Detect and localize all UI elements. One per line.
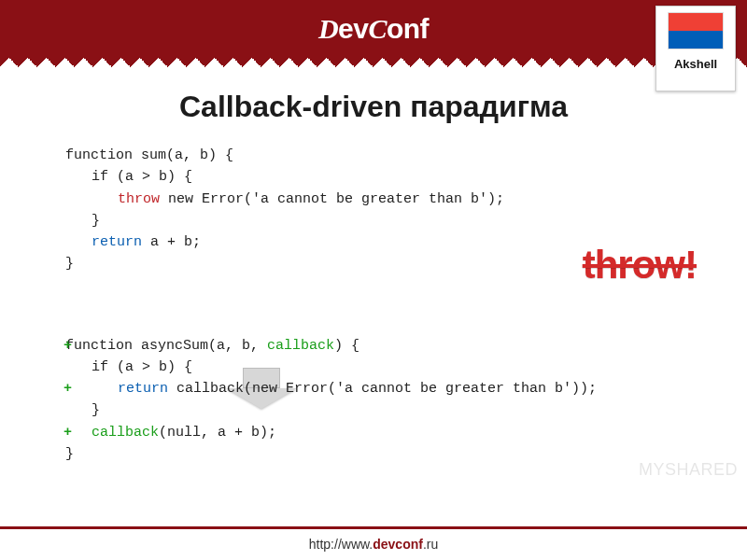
watermark: MYSHARED bbox=[639, 460, 738, 480]
slide-header: DevConf Akshell bbox=[0, 0, 747, 58]
code-line: if (a > b) { bbox=[65, 357, 702, 378]
footer-url-bold: devconf bbox=[373, 537, 423, 552]
code-line: } bbox=[65, 210, 702, 231]
return-keyword: return bbox=[92, 234, 142, 250]
diff-plus-icon: + bbox=[63, 422, 72, 443]
code-line: return a + b; bbox=[65, 231, 702, 253]
code-line: throw new Error('a cannot be greater tha… bbox=[65, 189, 702, 210]
diff-plus-icon: + bbox=[63, 335, 72, 357]
throw-keyword: throw bbox=[118, 191, 160, 207]
code-line: return callback(new Error('a cannot be g… bbox=[65, 378, 702, 399]
slide-content: Callback-driven парадигма throw! functio… bbox=[0, 69, 747, 517]
code-line: } bbox=[65, 443, 702, 465]
callback-keyword: callback bbox=[92, 425, 159, 441]
sponsor-name: Akshell bbox=[674, 57, 717, 71]
return-keyword: return bbox=[118, 381, 168, 397]
footer-url-suffix: .ru bbox=[423, 537, 438, 552]
code-line: callback(null, a + b); bbox=[65, 422, 702, 443]
code-line: } bbox=[65, 253, 702, 274]
code-line: if (a > b) { bbox=[65, 166, 702, 188]
slide-title: Callback-driven парадигма bbox=[45, 90, 702, 124]
code-line: } bbox=[65, 399, 702, 421]
brand-logo: DevConf bbox=[318, 13, 429, 45]
footer-url-prefix: http://www. bbox=[309, 537, 373, 552]
code-line: function sum(a, b) { bbox=[65, 145, 702, 166]
code-block-async: + function asyncSum(a, b, callback) { if… bbox=[45, 335, 702, 466]
callback-keyword: callback bbox=[267, 338, 334, 354]
code-line: function asyncSum(a, b, callback) { bbox=[65, 335, 702, 357]
sponsor-logo: Akshell bbox=[655, 6, 736, 91]
code-block-sync: function sum(a, b) { if (a > b) { throw … bbox=[45, 145, 702, 275]
slide-footer: http://www.devconf.ru bbox=[0, 526, 747, 560]
header-zigzag-divider bbox=[0, 58, 747, 69]
sponsor-flag-icon bbox=[668, 12, 724, 49]
diff-plus-icon: + bbox=[63, 378, 72, 399]
